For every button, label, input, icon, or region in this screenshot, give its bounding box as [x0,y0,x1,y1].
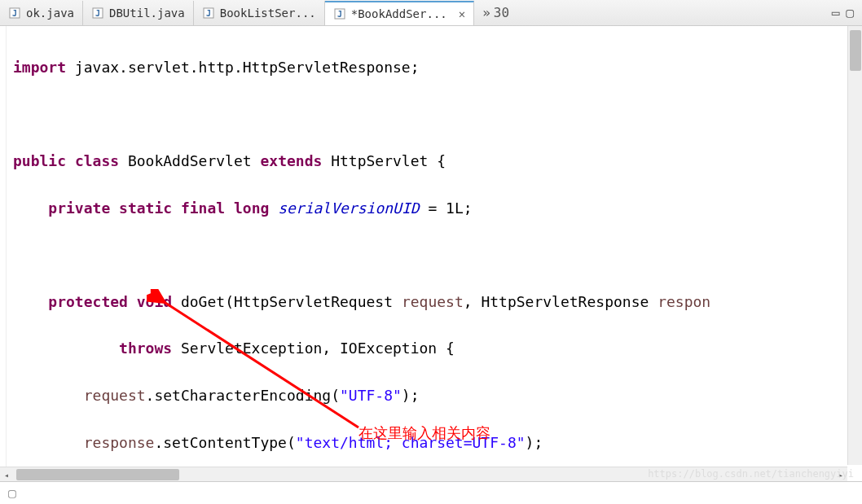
code-text: ServletException, IOException { [172,340,455,357]
keyword-throws: throws [119,340,172,357]
keyword-static: static [119,199,172,217]
keyword-final: final [181,199,225,217]
java-file-icon: J [333,7,346,20]
overflow-count: 30 [494,5,509,20]
java-file-icon: J [91,7,104,20]
var-name: response [84,434,155,451]
tab-label: *BookAddSer... [351,7,447,20]
overflow-icon: » [482,5,490,20]
field-name: serialVersionUID [278,199,419,217]
tab-label: BookListSer... [220,7,316,20]
watermark: https://blog.csdn.net/tianchengyiyi [648,468,854,480]
editor-tabs: J ok.java J DBUtil.java J BookListSer...… [0,0,862,26]
tab-bookadd[interactable]: J *BookAddSer... ✕ [325,1,474,25]
annotation-label: 在这里输入相关内容 [358,423,490,443]
minimize-icon[interactable]: ▭ [832,5,840,20]
java-file-icon: J [202,7,215,20]
code-text: HttpServlet { [322,152,446,169]
keyword-class: class [75,152,119,169]
svg-text:J: J [337,10,342,19]
keyword-private: private [48,199,110,217]
editor-controls: ▭ ▢ [832,5,862,20]
vertical-scrollbar[interactable]: ▴ [847,26,862,465]
code-text: .setCharacterEncoding( [146,387,340,404]
svg-text:J: J [95,9,100,18]
param-name: request [402,293,464,310]
svg-text:J: J [206,9,211,18]
class-name: BookAddServlet [119,152,260,169]
code-text: javax.servlet.http.HttpServletResponse; [66,59,419,76]
code-text: = 1L; [420,199,473,217]
tab-ok-java[interactable]: J ok.java [0,1,83,25]
close-icon[interactable]: ✕ [459,7,465,20]
code-text: ); [402,387,420,404]
tab-booklist[interactable]: J BookListSer... [194,1,325,25]
code-content[interactable]: import javax.servlet.http.HttpServletRes… [7,26,862,481]
java-file-icon: J [8,7,21,20]
keyword-import: import [13,59,66,76]
tabs-overflow[interactable]: » 30 [474,5,517,20]
status-bar: ▢ [0,481,862,504]
code-text: , HttpServletResponse [464,293,657,310]
keyword-void: void [137,293,172,310]
scroll-thumb[interactable] [16,469,179,480]
keyword-extends: extends [260,152,322,169]
param-name: respon [657,293,710,310]
scroll-left-icon[interactable]: ◂ [0,467,13,482]
svg-text:J: J [12,9,17,18]
var-name: request [84,387,146,404]
method-name: doGet(HttpServletRequest [172,293,402,310]
status-icon: ▢ [8,485,16,501]
keyword-public: public [13,152,66,169]
tab-dbutil[interactable]: J DBUtil.java [83,1,194,25]
editor-gutter [0,26,7,481]
tab-label: ok.java [26,7,74,20]
string-literal: "UTF-8" [340,387,402,404]
tab-label: DBUtil.java [109,7,185,20]
keyword-protected: protected [48,293,128,310]
code-text: .setContentType( [154,434,295,451]
keyword-long: long [234,199,269,217]
code-text: ); [526,434,543,451]
code-editor[interactable]: import javax.servlet.http.HttpServletRes… [0,26,862,481]
maximize-icon[interactable]: ▢ [846,5,854,20]
scroll-thumb[interactable] [850,30,861,71]
